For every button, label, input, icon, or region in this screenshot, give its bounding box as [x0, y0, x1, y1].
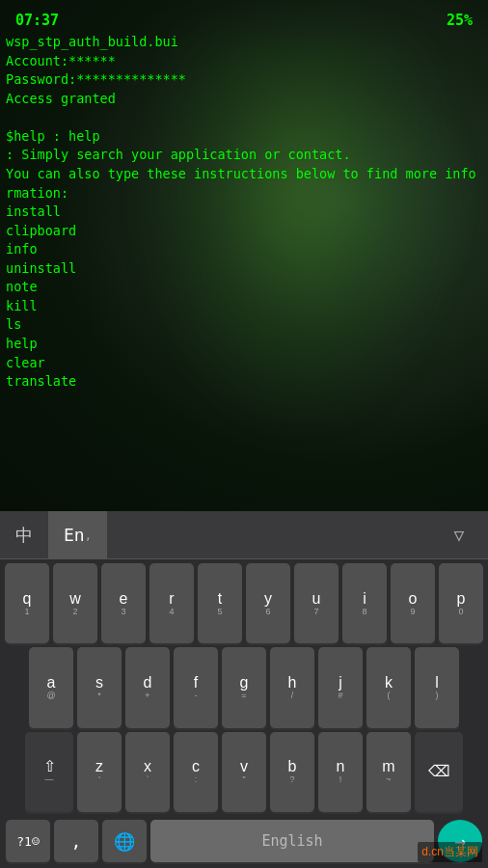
key-p[interactable]: p0: [439, 563, 483, 643]
key-sub: -: [195, 692, 198, 700]
key-sub: 9: [410, 608, 415, 616]
terminal-line: $help : help: [6, 127, 482, 147]
key-label: f: [194, 675, 198, 691]
backspace-key[interactable]: ⌫: [415, 732, 463, 812]
english-lang-label: En: [64, 525, 85, 545]
key-label: g: [240, 675, 249, 691]
key-row-1: q1w2e3r4t5y6u7i8o9p0: [2, 563, 486, 643]
key-sub: 6: [265, 608, 270, 616]
key-m[interactable]: m~: [366, 732, 411, 812]
num-key[interactable]: ?1☺: [6, 820, 50, 862]
comma-key[interactable]: ,: [54, 820, 98, 862]
key-sub: ': [98, 775, 100, 784]
key-sub: ~: [386, 775, 391, 784]
key-sub: (: [388, 692, 391, 700]
terminal-line: translate: [6, 372, 482, 392]
bottom-row: ?1☺ , 🌐 English →: [0, 814, 488, 868]
backspace-icon: ⌫: [428, 764, 450, 779]
key-label: e: [120, 591, 128, 607]
key-sub: 4: [169, 608, 174, 616]
terminal-line: clear: [6, 354, 482, 373]
terminal-line: : Simply search your application or cont…: [6, 146, 482, 165]
shift-key[interactable]: ⇧—: [25, 732, 73, 812]
key-y[interactable]: y6: [246, 563, 290, 643]
key-h[interactable]: h/: [270, 647, 314, 727]
terminal-line: ls: [6, 315, 482, 335]
keyboard: 中 En, ▽ q1w2e3r4t5y6u7i8o9p0 a@s*d+f-g=h…: [0, 511, 488, 868]
key-label: u: [312, 591, 321, 607]
lang-chevron-icon: ,: [85, 529, 92, 542]
terminal-line: note: [6, 278, 482, 297]
hide-keyboard-button[interactable]: ▽: [430, 511, 488, 558]
key-sub: #: [338, 692, 342, 700]
key-label: s: [95, 675, 103, 691]
key-sub: 2: [72, 608, 77, 616]
key-l[interactable]: l): [415, 647, 459, 727]
key-sub: =: [241, 692, 246, 700]
key-x[interactable]: x`: [125, 732, 170, 812]
watermark: d.cn当某网: [418, 842, 482, 862]
key-label: q: [23, 591, 32, 607]
terminal-line: kill: [6, 297, 482, 316]
key-label: n: [337, 759, 345, 774]
key-f[interactable]: f-: [174, 647, 218, 727]
chinese-lang-button[interactable]: 中: [0, 511, 48, 558]
key-r[interactable]: r4: [149, 563, 194, 643]
key-o[interactable]: o9: [391, 563, 435, 643]
key-sub: ?: [289, 775, 294, 784]
key-z[interactable]: z': [77, 732, 122, 812]
terminal-line: Access granted: [6, 90, 482, 109]
key-w[interactable]: w2: [53, 563, 97, 643]
key-d[interactable]: d+: [125, 647, 170, 727]
key-row-3: ⇧—z'x`c:v"b?n!m~⌫: [2, 732, 486, 812]
key-label: z: [95, 759, 103, 774]
key-label: l: [435, 675, 439, 691]
key-sub: 5: [217, 608, 222, 616]
key-i[interactable]: i8: [342, 563, 387, 643]
status-bar: 07:37 25%: [6, 8, 482, 33]
key-sub: +: [145, 692, 149, 700]
key-a[interactable]: a@: [29, 647, 73, 727]
key-sub: /: [291, 692, 294, 700]
key-t[interactable]: t5: [198, 563, 242, 643]
key-sub: !: [339, 775, 342, 784]
key-k[interactable]: k(: [366, 647, 411, 727]
key-v[interactable]: v": [222, 732, 266, 812]
terminal-line: wsp_stp_auth_build.bui: [6, 33, 482, 52]
key-u[interactable]: u7: [294, 563, 339, 643]
key-sub: 1: [24, 608, 29, 616]
terminal-content: 07:37 25% wsp_stp_auth_build.buiAccount:…: [0, 0, 488, 399]
key-sub: :: [195, 775, 198, 784]
key-label: p: [457, 591, 466, 607]
key-q[interactable]: q1: [5, 563, 49, 643]
status-battery: 25%: [447, 12, 473, 29]
key-label: v: [240, 759, 248, 774]
key-sub: @: [46, 692, 55, 700]
key-n[interactable]: n!: [318, 732, 363, 812]
key-j[interactable]: j#: [318, 647, 363, 727]
key-label: i: [363, 591, 366, 607]
key-s[interactable]: s*: [77, 647, 122, 727]
globe-key[interactable]: 🌐: [102, 820, 147, 862]
terminal-line: help: [6, 335, 482, 354]
key-label: a: [47, 675, 56, 691]
key-c[interactable]: c:: [174, 732, 218, 812]
key-label: k: [385, 675, 393, 691]
terminal-area: 07:37 25% wsp_stp_auth_build.buiAccount:…: [0, 0, 488, 511]
key-label: j: [339, 675, 342, 691]
space-key[interactable]: English: [150, 820, 434, 862]
terminal-line: clipboard: [6, 222, 482, 241]
terminal-line: Account:******: [6, 52, 482, 71]
key-sub: 8: [362, 608, 366, 616]
key-e[interactable]: e3: [101, 563, 146, 643]
key-sub: 0: [458, 608, 463, 616]
terminal-line: info: [6, 240, 482, 259]
key-label: h: [288, 675, 297, 691]
english-lang-button[interactable]: En,: [48, 511, 107, 558]
key-label: t: [218, 591, 222, 607]
key-label: x: [144, 759, 151, 774]
key-b[interactable]: b?: [270, 732, 314, 812]
key-g[interactable]: g=: [222, 647, 266, 727]
terminal-line: [6, 108, 482, 127]
key-label: m: [382, 759, 394, 774]
